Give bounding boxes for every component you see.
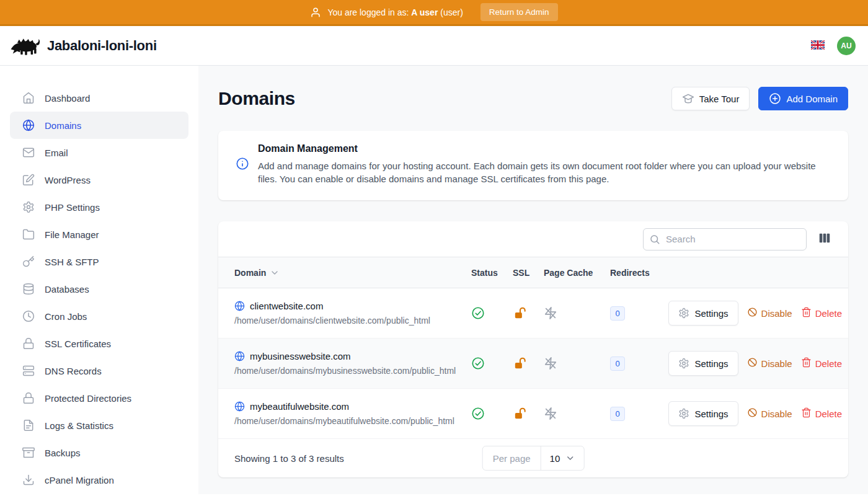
globe-icon: [234, 351, 245, 361]
per-page-control: Per page 10: [482, 446, 585, 471]
sidebar-item-domains[interactable]: Domains: [10, 112, 188, 139]
page-cache-off-icon[interactable]: [544, 407, 610, 420]
avatar[interactable]: AU: [837, 37, 856, 55]
trash-icon: [801, 357, 812, 370]
sidebar-item-cron-jobs[interactable]: Cron Jobs: [10, 303, 188, 330]
sidebar-item-file-manager[interactable]: File Manager: [10, 221, 188, 248]
impersonation-banner: You are logged in as: A user (user) Retu…: [0, 0, 868, 26]
gear-icon: [22, 201, 35, 213]
app-header: Jabaloni-loni-loni AU: [0, 26, 868, 66]
sidebar-item-logs-statistics[interactable]: Logs & Statistics: [10, 412, 188, 439]
domain-path: /home/user/domains/clientwebsite.com/pub…: [234, 316, 471, 326]
column-header-status: Status: [471, 268, 513, 278]
per-page-select[interactable]: 10: [541, 446, 584, 470]
sidebar-item-ssl-certificates[interactable]: SSL Certificates: [10, 330, 188, 357]
globe-icon: [234, 301, 245, 311]
add-domain-button[interactable]: Add Domain: [758, 87, 848, 110]
user-icon: [310, 7, 321, 18]
table-header-row: Domain Status SSL Page Cache Redirects: [218, 257, 848, 288]
trash-icon: [801, 407, 812, 420]
sidebar-item-databases[interactable]: Databases: [10, 275, 188, 303]
brand[interactable]: Jabaloni-loni-loni: [10, 35, 157, 56]
banner-username: A user: [411, 7, 438, 17]
table-row: mybeautifulwebsite.com /home/user/domain…: [218, 389, 848, 439]
gear-icon: [678, 308, 689, 319]
redirects-count-badge[interactable]: 0: [610, 306, 625, 321]
brand-name: Jabaloni-loni-loni: [47, 38, 157, 54]
delete-button[interactable]: Delete: [801, 357, 842, 370]
return-to-admin-button[interactable]: Return to Admin: [480, 3, 558, 21]
status-active-icon: [471, 356, 513, 370]
search-input[interactable]: [643, 228, 807, 250]
settings-button[interactable]: Settings: [668, 401, 738, 426]
sidebar-item-php-settings[interactable]: PHP Settings: [10, 193, 188, 221]
sidebar-item-wordpress[interactable]: WordPress: [10, 166, 188, 193]
language-selector[interactable]: [811, 40, 825, 51]
banner-text: You are logged in as: A user (user): [327, 7, 463, 17]
take-tour-button[interactable]: Take Tour: [671, 87, 750, 110]
home-icon: [22, 92, 35, 104]
pencil-icon: [22, 174, 35, 186]
database-icon: [22, 283, 35, 295]
server-icon: [22, 365, 35, 377]
delete-button[interactable]: Delete: [801, 307, 842, 319]
ssl-unlocked-icon[interactable]: [513, 407, 544, 421]
key-icon: [22, 255, 35, 268]
sidebar: Dashboard Domains Email WordPress PHP Se…: [0, 66, 198, 494]
sidebar-item-backups[interactable]: Backups: [10, 439, 188, 466]
columns-icon: [818, 231, 831, 247]
globe-icon: [22, 119, 35, 131]
gear-icon: [678, 408, 689, 419]
disable-button[interactable]: Disable: [747, 407, 792, 420]
lock-icon: [22, 337, 35, 350]
sidebar-item-ssh-sftp[interactable]: SSH & SFTP: [10, 248, 188, 275]
sidebar-item-protected-directories[interactable]: Protected Directories: [10, 384, 188, 412]
gear-icon: [678, 358, 689, 369]
sidebar-item-dashboard[interactable]: Dashboard: [10, 84, 188, 112]
ban-icon: [747, 407, 758, 420]
clock-icon: [22, 310, 35, 322]
search-icon: [649, 234, 660, 247]
page-cache-off-icon[interactable]: [544, 306, 610, 320]
domain-name[interactable]: mybusinesswebsite.com: [250, 351, 351, 361]
archive-icon: [22, 446, 35, 459]
settings-button[interactable]: Settings: [668, 351, 738, 376]
ban-icon: [747, 357, 758, 370]
lock-icon: [22, 392, 35, 404]
ssl-unlocked-icon[interactable]: [513, 306, 544, 321]
chevron-down-icon: [270, 268, 280, 278]
file-text-icon: [22, 419, 35, 432]
search-box: [643, 228, 807, 250]
mail-icon: [22, 146, 35, 159]
domains-table-card: Domain Status SSL Page Cache Redirects c…: [218, 221, 848, 477]
redirects-count-badge[interactable]: 0: [610, 356, 625, 371]
status-active-icon: [471, 407, 513, 420]
boar-logo-icon: [10, 35, 41, 56]
settings-button[interactable]: Settings: [668, 301, 738, 326]
column-header-page-cache: Page Cache: [544, 268, 610, 278]
delete-button[interactable]: Delete: [801, 407, 842, 420]
column-header-ssl: SSL: [513, 268, 544, 278]
sidebar-item-dns-records[interactable]: DNS Records: [10, 357, 188, 384]
disable-button[interactable]: Disable: [747, 357, 792, 370]
domain-name[interactable]: clientwebsite.com: [250, 301, 323, 311]
column-header-domain[interactable]: Domain: [218, 268, 471, 278]
sidebar-item-email[interactable]: Email: [10, 139, 188, 166]
domain-path: /home/user/domains/mybusinesswebsite.com…: [234, 366, 471, 376]
chevron-down-icon: [565, 453, 575, 463]
info-icon: [236, 157, 249, 185]
table-footer: Showing 1 to 3 of 3 results Per page 10: [218, 439, 848, 477]
download-icon: [22, 474, 35, 486]
redirects-count-badge[interactable]: 0: [610, 407, 625, 421]
graduation-cap-icon: [682, 92, 694, 105]
sidebar-item-cpanel-migration[interactable]: cPanel Migration: [10, 466, 188, 494]
page-cache-off-icon[interactable]: [544, 356, 610, 370]
disable-button[interactable]: Disable: [747, 307, 792, 319]
domain-name[interactable]: mybeautifulwebsite.com: [250, 401, 349, 412]
trash-icon: [801, 307, 812, 319]
table-row: clientwebsite.com /home/user/domains/cli…: [218, 288, 848, 339]
results-summary: Showing 1 to 3 of 3 results: [234, 453, 344, 464]
column-toggle-button[interactable]: [817, 230, 833, 248]
ssl-unlocked-icon[interactable]: [513, 356, 544, 371]
banner-role: (user): [440, 7, 463, 17]
